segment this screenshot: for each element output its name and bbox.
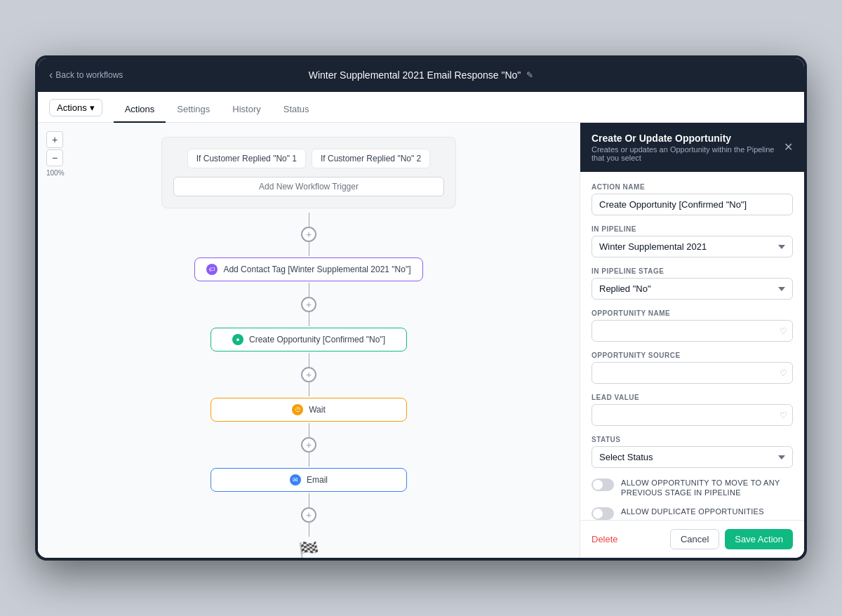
opportunity-name-input[interactable] — [592, 320, 793, 342]
status-group: STATUS Select Status — [592, 436, 793, 468]
workflow-title-text: Winter Supplemental 2021 Email Response … — [309, 69, 521, 81]
top-bar: Back to workflows Winter Supplemental 20… — [38, 58, 804, 92]
panel-header: Create Or Update Opportunity Creates or … — [580, 123, 804, 172]
opportunity-name-label: OPPORTUNITY NAME — [592, 309, 793, 317]
allow-move-toggle[interactable] — [592, 478, 614, 491]
tab-bar: Actions ▾ Actions Settings History Statu… — [38, 92, 804, 123]
add-node-button-3[interactable]: + — [301, 367, 316, 382]
tag-node-label: Add Contact Tag [Winter Supplemental 202… — [223, 265, 410, 274]
delete-button[interactable]: Delete — [592, 534, 618, 544]
pipeline-stage-group: IN PIPELINE STAGE Replied "No" — [592, 267, 793, 300]
actions-dropdown-button[interactable]: Actions ▾ — [49, 99, 102, 116]
tab-actions[interactable]: Actions — [114, 97, 166, 123]
zoom-in-button[interactable]: + — [46, 131, 63, 148]
status-label: STATUS — [592, 436, 793, 443]
tag-icon: 🏷 — [206, 264, 218, 275]
connector-1: + — [301, 213, 316, 256]
add-node-button-1[interactable]: + — [301, 227, 316, 242]
opportunity-source-icon: ♡ — [780, 368, 787, 378]
in-pipeline-select[interactable]: Winter Supplemental 2021 — [592, 236, 793, 257]
panel-subtitle: Creates or updates an Opportunity within… — [592, 145, 784, 162]
tab-settings[interactable]: Settings — [166, 97, 221, 123]
right-panel: Create Or Update Opportunity Creates or … — [580, 123, 804, 558]
add-trigger-button[interactable]: Add New Workflow Trigger — [173, 177, 444, 196]
zoom-label: 100% — [46, 169, 65, 177]
lead-value-group: LEAD VALUE ♡ — [592, 394, 793, 426]
opportunity-source-input[interactable] — [592, 362, 793, 384]
in-pipeline-group: IN PIPELINE Winter Supplemental 2021 — [592, 225, 793, 257]
status-select[interactable]: Select Status — [592, 446, 793, 468]
wait-node[interactable]: ⏱ Wait — [210, 398, 407, 422]
trigger-chip-2[interactable]: If Customer Replied "No" 2 — [312, 149, 430, 168]
lead-value-label: LEAD VALUE — [592, 394, 793, 401]
wait-icon: ⏱ — [292, 404, 303, 415]
pipeline-stage-label: IN PIPELINE STAGE — [592, 267, 793, 275]
tab-history[interactable]: History — [221, 97, 272, 123]
in-pipeline-label: IN PIPELINE — [592, 225, 793, 233]
connector-3: + — [301, 353, 316, 396]
cancel-button[interactable]: Cancel — [670, 529, 719, 549]
save-action-button[interactable]: Save Action — [725, 529, 793, 549]
opportunity-node-label: Create Opportunity [Confirmed "No"] — [249, 335, 385, 344]
opportunity-source-label: OPPORTUNITY SOURCE — [592, 351, 793, 359]
connector-4: + — [301, 423, 316, 467]
edit-icon[interactable]: ✎ — [526, 70, 533, 80]
finish-flag: 🏁 — [298, 541, 319, 558]
email-node[interactable]: ✉ Email — [210, 468, 407, 492]
connector-2: + — [301, 283, 316, 326]
zoom-controls: + − 100% — [46, 131, 65, 177]
allow-move-label: ALLOW OPPORTUNITY TO MOVE TO ANY PREVIOU… — [621, 478, 793, 498]
add-node-button-4[interactable]: + — [301, 437, 316, 453]
tag-node[interactable]: 🏷 Add Contact Tag [Winter Supplemental 2… — [194, 257, 422, 281]
connector-5: + — [301, 493, 316, 537]
add-node-button-2[interactable]: + — [301, 297, 316, 312]
action-name-label: ACTION NAME — [592, 183, 793, 191]
action-name-input[interactable] — [592, 194, 793, 215]
lead-value-icon: ♡ — [780, 410, 787, 420]
panel-body: ACTION NAME IN PIPELINE Winter Supplemen… — [580, 172, 804, 520]
main-content: + − 100% If Customer Replied "No" 1 If C… — [38, 123, 804, 558]
opportunity-node[interactable]: ● Create Opportunity [Confirmed "No"] — [210, 328, 407, 351]
back-link[interactable]: Back to workflows — [49, 69, 123, 81]
panel-footer: Delete Cancel Save Action — [580, 520, 804, 558]
add-node-button-5[interactable]: + — [301, 507, 316, 523]
workflow-canvas: If Customer Replied "No" 1 If Customer R… — [38, 123, 580, 558]
allow-duplicate-toggle[interactable] — [592, 507, 614, 520]
panel-close-button[interactable]: ✕ — [784, 142, 793, 153]
action-name-group: ACTION NAME — [592, 183, 793, 215]
trigger-box: If Customer Replied "No" 1 If Customer R… — [161, 137, 456, 208]
pipeline-stage-select[interactable]: Replied "No" — [592, 278, 793, 300]
lead-value-input[interactable] — [592, 404, 793, 426]
wait-node-label: Wait — [309, 405, 326, 415]
zoom-out-button[interactable]: − — [46, 149, 63, 166]
trigger-chip-1[interactable]: If Customer Replied "No" 1 — [187, 149, 306, 168]
allow-move-toggle-row: ALLOW OPPORTUNITY TO MOVE TO ANY PREVIOU… — [592, 478, 793, 498]
back-label: Back to workflows — [55, 70, 123, 80]
allow-duplicate-label: ALLOW DUPLICATE OPPORTUNITIES — [621, 507, 764, 516]
opportunity-name-group: OPPORTUNITY NAME ♡ — [592, 309, 793, 342]
tab-status[interactable]: Status — [272, 97, 321, 123]
allow-duplicate-toggle-row: ALLOW DUPLICATE OPPORTUNITIES — [592, 507, 793, 520]
panel-title: Create Or Update Opportunity — [592, 133, 784, 144]
opportunity-source-group: OPPORTUNITY SOURCE ♡ — [592, 351, 793, 384]
workflow-title: Winter Supplemental 2021 Email Response … — [309, 69, 534, 81]
opportunity-icon: ● — [232, 334, 243, 345]
canvas-area: + − 100% If Customer Replied "No" 1 If C… — [38, 123, 580, 558]
opportunity-name-icon: ♡ — [780, 326, 787, 336]
trigger-row: If Customer Replied "No" 1 If Customer R… — [173, 149, 444, 168]
email-node-label: Email — [307, 475, 328, 485]
email-icon: ✉ — [290, 474, 301, 486]
